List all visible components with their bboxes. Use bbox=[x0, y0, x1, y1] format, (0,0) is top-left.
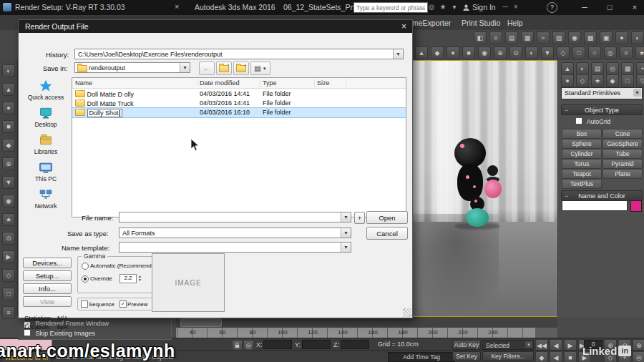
doll-black-small[interactable] bbox=[487, 165, 498, 176]
toolbar-icon[interactable]: ▲ bbox=[2, 83, 15, 96]
file-list[interactable]: Name Date modified Type Size Doll Matte … bbox=[72, 77, 406, 217]
chevron-down-icon[interactable]: ▼ bbox=[180, 63, 190, 72]
object-button-sphere[interactable]: Sphere bbox=[562, 139, 602, 149]
object-name-field[interactable] bbox=[562, 200, 628, 211]
time-slider-handle[interactable] bbox=[180, 318, 222, 327]
object-button-textplus[interactable]: TextPlus bbox=[562, 179, 602, 189]
info-button[interactable]: Info... bbox=[23, 283, 72, 294]
search-input[interactable] bbox=[353, 2, 428, 13]
gamma-override-value[interactable]: 2.2 bbox=[119, 274, 137, 283]
toolbar-icon[interactable]: ◇ bbox=[2, 269, 15, 282]
toolbar-icon[interactable]: ■ bbox=[462, 47, 475, 59]
help-icon[interactable]: ? bbox=[547, 2, 557, 13]
align-icon[interactable]: ≡ bbox=[489, 31, 502, 44]
time-slider[interactable] bbox=[176, 317, 557, 328]
open-button[interactable]: Open bbox=[366, 211, 408, 224]
render-iterative-icon[interactable]: ◐ bbox=[631, 31, 644, 44]
toolbar-icon[interactable]: ▼ bbox=[2, 176, 15, 189]
helpers-icon[interactable]: □ bbox=[621, 74, 634, 87]
object-button-cylinder[interactable]: Cylinder bbox=[562, 149, 602, 159]
view-button[interactable]: View bbox=[23, 296, 72, 307]
toolbar-icon[interactable]: ≡ bbox=[620, 47, 633, 59]
checkbox-icon[interactable] bbox=[575, 117, 582, 124]
file-row[interactable]: Doll Matte Truck 04/03/2016 14:41 File f… bbox=[72, 99, 406, 108]
cancel-button[interactable]: Cancel bbox=[366, 227, 408, 240]
toolbar-icon[interactable]: ◉ bbox=[2, 195, 15, 207]
toolbar-icon[interactable]: ◎ bbox=[604, 47, 617, 59]
sign-in-button[interactable]: Sign In bbox=[472, 3, 496, 11]
toolbar-close-icon[interactable]: × bbox=[511, 2, 521, 12]
history-combo[interactable]: C:\Users\Joel\Desktop\Exercise Files\ren… bbox=[74, 49, 404, 59]
y-coordinate-field[interactable] bbox=[302, 340, 331, 349]
place-libraries[interactable]: Libraries bbox=[23, 133, 69, 155]
modify-tab-icon[interactable]: ◐ bbox=[576, 62, 589, 75]
toolbar-icon[interactable]: ◇ bbox=[557, 47, 570, 59]
toolbar-icon[interactable]: ★ bbox=[2, 213, 15, 226]
stop-icon[interactable]: ■ bbox=[564, 351, 577, 362]
name-color-rollout[interactable]: − Name and Color bbox=[561, 190, 643, 201]
doll-pink[interactable] bbox=[484, 180, 502, 198]
previous-key-icon[interactable]: ◀ bbox=[550, 351, 562, 362]
primitive-category-combo[interactable]: Standard Primitives ▼ bbox=[561, 87, 643, 99]
layer-manager-icon[interactable]: ▤ bbox=[505, 31, 518, 44]
toolbar-icon[interactable]: ★ bbox=[635, 47, 644, 59]
minimize-button[interactable]: ─ bbox=[577, 1, 592, 13]
devices-button[interactable]: Devices... bbox=[23, 258, 72, 268]
column-header-name[interactable]: Name bbox=[75, 79, 197, 87]
place-network[interactable]: Network bbox=[23, 187, 69, 210]
toolbar-icon[interactable]: ▼ bbox=[541, 47, 554, 59]
spinner-icon[interactable]: ▲▼ bbox=[138, 275, 142, 282]
column-header-size[interactable]: Size bbox=[317, 79, 346, 87]
column-header-type[interactable]: Type bbox=[263, 79, 315, 87]
up-one-level-icon[interactable]: ↑ bbox=[216, 62, 232, 75]
place-desktop[interactable]: Desktop bbox=[23, 106, 69, 128]
display-tab-icon[interactable]: ▦ bbox=[621, 62, 634, 75]
utilities-tab-icon[interactable]: + bbox=[636, 62, 644, 75]
object-button-plane[interactable]: Plane bbox=[602, 169, 643, 179]
menu-help[interactable]: Help bbox=[507, 19, 523, 27]
auto-key-button[interactable]: Auto Key bbox=[452, 340, 481, 350]
toolbar-icon[interactable]: ◆ bbox=[431, 47, 444, 59]
save-in-combo[interactable]: renderoutput ▼ bbox=[74, 62, 190, 73]
object-button-cone[interactable]: Cone bbox=[602, 129, 643, 139]
object-button-pyramid[interactable]: Pyramid bbox=[602, 159, 643, 169]
toolbar-icon[interactable]: □ bbox=[572, 47, 585, 59]
toolbar-icon[interactable]: ⊙ bbox=[2, 232, 15, 245]
object-type-rollout[interactable]: − Object Type bbox=[561, 104, 643, 115]
object-button-teapot[interactable]: Teapot bbox=[562, 169, 602, 179]
view-menu-icon[interactable]: ▤▼ bbox=[250, 62, 270, 75]
file-row[interactable]: Doll Matte D olly 04/03/2016 14:41 File … bbox=[72, 89, 406, 99]
close-button[interactable]: × bbox=[627, 1, 643, 13]
toolbar-icon[interactable]: ◆ bbox=[2, 139, 15, 152]
track-bar[interactable]: 406080100120140160180200220240 bbox=[176, 328, 557, 338]
dropdown-icon[interactable]: ▾ bbox=[449, 2, 459, 12]
toolbar-icon[interactable]: ○ bbox=[588, 47, 601, 59]
create-tab-icon[interactable]: ▲ bbox=[561, 62, 574, 75]
menu-print-studio[interactable]: Print Studio bbox=[462, 19, 500, 27]
object-button-torus[interactable]: Torus bbox=[562, 159, 602, 169]
z-coordinate-field[interactable] bbox=[341, 340, 369, 349]
motion-tab-icon[interactable]: ◎ bbox=[606, 62, 619, 75]
name-template-combo[interactable]: ▼ bbox=[119, 242, 351, 253]
shapes-icon[interactable]: ◇ bbox=[576, 74, 589, 87]
maximize-button[interactable]: □ bbox=[602, 1, 618, 13]
hierarchy-tab-icon[interactable]: ▤ bbox=[591, 62, 604, 75]
favorites-icon[interactable]: ★ bbox=[438, 2, 448, 12]
add-time-tag[interactable]: Add Time Tag bbox=[388, 352, 455, 362]
chevron-down-icon[interactable]: ▼ bbox=[633, 89, 641, 97]
add-sequence-button[interactable]: + bbox=[354, 212, 365, 224]
object-button-geosphere[interactable]: GeoSphere bbox=[602, 139, 643, 149]
toolbar-icon[interactable]: ◉ bbox=[478, 47, 491, 59]
doll-teal-body[interactable] bbox=[466, 208, 489, 227]
object-button-tube[interactable]: Tube bbox=[602, 149, 643, 159]
toolbar-minimize-icon[interactable]: ─ bbox=[500, 2, 510, 12]
key-filters-button[interactable]: Key Filters... bbox=[482, 351, 534, 361]
toolbar-icon[interactable]: ▶ bbox=[2, 250, 15, 263]
save-as-type-combo[interactable]: All Formats ▼ bbox=[119, 228, 351, 238]
doll-black-body[interactable] bbox=[457, 164, 483, 201]
rename-edit-box[interactable]: Dolly Shot bbox=[87, 109, 122, 117]
selection-lock-icon[interactable] bbox=[232, 340, 243, 351]
object-color-swatch[interactable] bbox=[630, 200, 642, 212]
absolute-mode-toggle-icon[interactable]: ◎ bbox=[243, 340, 254, 351]
place-quick-access[interactable]: Quick access bbox=[23, 79, 69, 101]
